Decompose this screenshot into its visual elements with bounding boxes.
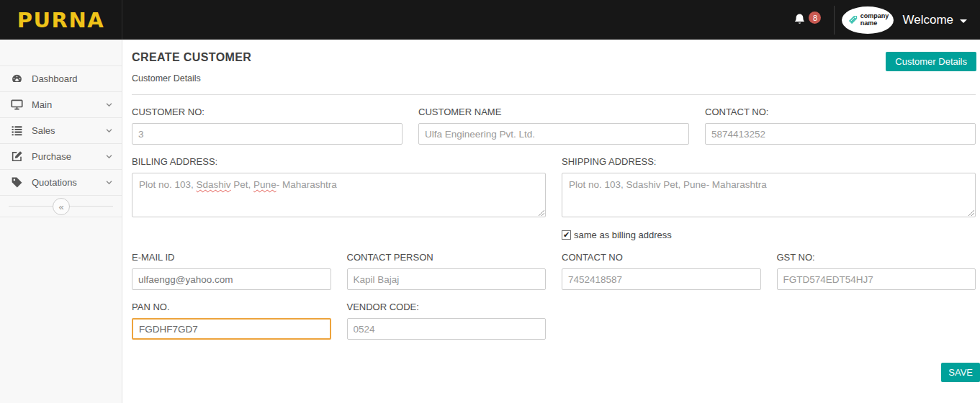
- sidebar-item-main[interactable]: Main: [0, 92, 122, 118]
- sidebar-collapse-row: «: [0, 196, 122, 217]
- bell-icon: [793, 12, 806, 27]
- contact-no-input[interactable]: [705, 123, 976, 145]
- customer-no-label: CUSTOMER NO:: [132, 107, 403, 117]
- pan-no-input[interactable]: [132, 318, 331, 340]
- company-logo[interactable]: company name: [842, 6, 894, 34]
- welcome-label: Welcome: [902, 13, 953, 27]
- company-tag-icon: [848, 14, 858, 25]
- sidebar: Dashboard Main Sales Purchase Quotations: [0, 40, 122, 403]
- same-as-billing-row: same as billing address: [132, 230, 976, 240]
- section-divider: [132, 94, 976, 95]
- save-row: SAVE: [132, 363, 976, 382]
- sidebar-item-dashboard[interactable]: Dashboard: [0, 66, 122, 92]
- welcome-dropdown[interactable]: Welcome: [902, 13, 967, 27]
- monitor-icon: [11, 99, 23, 111]
- header-right: 8 company name Welcome: [793, 0, 980, 40]
- sidebar-item-label: Dashboard: [32, 73, 113, 84]
- sidebar-top-spacer: [0, 40, 122, 66]
- company-logo-text: company name: [860, 13, 889, 27]
- vendor-code-label: VENDOR CODE:: [347, 302, 547, 312]
- billing-address-textarea[interactable]: Plot no. 103, Sdashiv Pet, Pune- Maharas…: [132, 173, 546, 217]
- notifications-button[interactable]: 8: [793, 12, 821, 27]
- sidebar-item-quotations[interactable]: Quotations: [0, 170, 122, 196]
- sidebar-item-label: Quotations: [32, 177, 105, 188]
- brand-wordmark: PURNA: [17, 8, 104, 32]
- main-content: CREATE CUSTOMER Customer Details Custome…: [122, 40, 980, 382]
- customer-name-input[interactable]: [418, 123, 689, 145]
- empty-col: [562, 302, 761, 340]
- chevron-down-icon: [105, 101, 113, 109]
- sidebar-item-sales[interactable]: Sales: [0, 118, 122, 144]
- brand-logo[interactable]: PURNA: [0, 0, 122, 40]
- same-as-billing-label: same as billing address: [574, 230, 672, 240]
- save-button[interactable]: SAVE: [941, 363, 980, 382]
- contact-no-2-input[interactable]: [562, 268, 761, 290]
- edit-icon: [11, 150, 23, 163]
- form-row-2: BILLING ADDRESS: Plot no. 103, Sdashiv P…: [132, 156, 976, 217]
- sidebar-item-label: Purchase: [32, 151, 105, 162]
- same-as-billing-checkbox[interactable]: [562, 230, 571, 240]
- contact-no-2-label: CONTACT NO: [562, 252, 761, 263]
- sidebar-item-label: Main: [32, 99, 105, 110]
- chevron-down-icon: [960, 19, 967, 23]
- shipping-address-label: SHIPPING ADDRESS:: [562, 156, 976, 167]
- header-spacer: [122, 0, 793, 40]
- list-icon: [11, 124, 23, 137]
- chevron-down-icon: [105, 178, 113, 186]
- gst-no-input[interactable]: [777, 268, 976, 290]
- breadcrumb: Customer Details: [132, 73, 976, 83]
- sidebar-item-purchase[interactable]: Purchase: [0, 144, 122, 170]
- empty-col: [777, 302, 976, 340]
- customer-details-button[interactable]: Customer Details: [886, 52, 976, 71]
- dashboard-icon: [11, 73, 23, 85]
- billing-address-label: BILLING ADDRESS:: [132, 156, 546, 167]
- form-row-1: CUSTOMER NO: CUSTOMER NAME CONTACT NO:: [132, 107, 976, 145]
- form-row-3: E-MAIL ID CONTACT PERSON CONTACT NO GST …: [132, 252, 976, 290]
- sidebar-item-label: Sales: [32, 125, 105, 136]
- top-header: PURNA 8 company name Welcome: [0, 0, 980, 40]
- contact-person-input[interactable]: [347, 268, 547, 290]
- contact-no-label: CONTACT NO:: [705, 107, 976, 117]
- customer-name-label: CUSTOMER NAME: [418, 107, 689, 117]
- vendor-code-input[interactable]: [347, 318, 547, 340]
- page-title: CREATE CUSTOMER: [132, 51, 976, 64]
- contact-person-label: CONTACT PERSON: [347, 252, 547, 263]
- sidebar-collapse-button[interactable]: «: [53, 198, 70, 215]
- tag-icon: [11, 176, 23, 189]
- email-input[interactable]: [132, 268, 331, 290]
- chevron-down-icon: [105, 153, 113, 160]
- form-row-4: PAN NO. VENDOR CODE:: [132, 302, 976, 340]
- email-label: E-MAIL ID: [132, 252, 331, 263]
- pan-no-label: PAN NO.: [132, 302, 331, 312]
- notification-count-badge: 8: [809, 12, 821, 24]
- customer-no-input[interactable]: [132, 123, 403, 145]
- chevron-down-icon: [105, 127, 113, 135]
- gst-no-label: GST NO:: [777, 252, 976, 263]
- shipping-address-textarea[interactable]: Plot no. 103, Sdashiv Pet, Pune- Maharas…: [562, 173, 976, 217]
- header-divider: [834, 6, 835, 35]
